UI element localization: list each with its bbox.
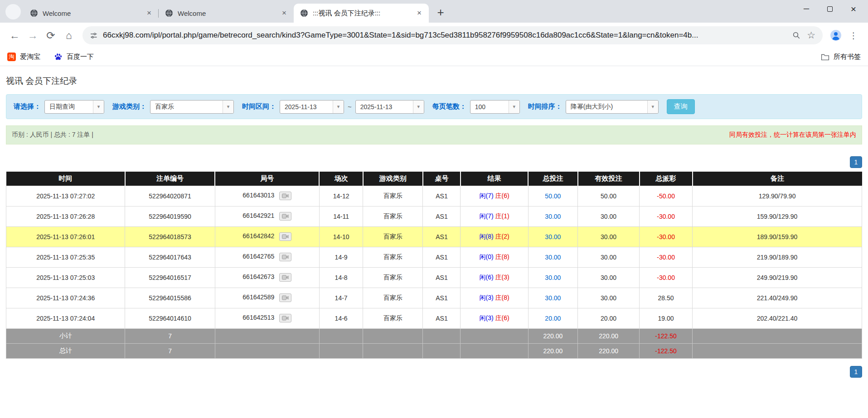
video-replay-icon[interactable] bbox=[279, 253, 291, 261]
tab-search-button[interactable] bbox=[5, 4, 21, 19]
bookmark-baidu[interactable]: 百度一下 bbox=[54, 53, 94, 61]
minimize-button[interactable]: ─ bbox=[795, 0, 818, 18]
tab-title: :::视讯 会员下注纪录::: bbox=[313, 9, 411, 18]
date-from-value: 2025-11-13 bbox=[285, 103, 329, 111]
chevron-down-icon: ▾ bbox=[223, 101, 233, 113]
session-cell: 14-6 bbox=[319, 308, 363, 328]
table-row: 2025-11-13 07:27:02522964020871661643013… bbox=[6, 186, 862, 206]
column-header: 游戏类别 bbox=[363, 172, 423, 186]
pagination-page-1[interactable]: 1 bbox=[850, 366, 862, 378]
total-bet-cell[interactable]: 20.00 bbox=[528, 308, 578, 328]
address-bar[interactable]: 66cxkj98.com/ipl/portal.php/game/betreco… bbox=[82, 26, 823, 44]
table-no-cell: AS1 bbox=[423, 288, 461, 308]
maximize-button[interactable] bbox=[818, 0, 842, 18]
url-text[interactable]: 66cxkj98.com/ipl/portal.php/game/betreco… bbox=[103, 31, 787, 40]
result-cell: 闲(6) 庄(3) bbox=[461, 267, 528, 288]
time-cell: 2025-11-13 07:25:35 bbox=[6, 247, 125, 267]
home-button[interactable]: ⌂ bbox=[60, 26, 78, 44]
tab-strip: Welcome × Welcome × :::视讯 会员下注纪录::: × + … bbox=[0, 0, 868, 23]
game-type-cell: 百家乐 bbox=[363, 226, 423, 247]
remark-cell: 129.90/79.90 bbox=[693, 186, 862, 206]
valid-bet-cell: 30.00 bbox=[578, 206, 640, 226]
subtotal-row-cell: 小计 bbox=[6, 328, 125, 343]
tab-welcome-1[interactable]: Welcome × bbox=[24, 4, 159, 23]
remark-cell: 219.90/189.90 bbox=[693, 247, 862, 267]
sort-order-select[interactable]: 降幂(由大到小) ▾ bbox=[566, 100, 659, 114]
video-replay-icon[interactable] bbox=[279, 314, 291, 322]
site-info-icon[interactable] bbox=[90, 32, 97, 39]
time-cell: 2025-11-13 07:26:28 bbox=[6, 206, 125, 226]
total-bet-cell[interactable]: 30.00 bbox=[528, 288, 578, 308]
tab-close-icon[interactable]: × bbox=[414, 8, 424, 18]
tab-welcome-2[interactable]: Welcome × bbox=[159, 4, 294, 23]
video-replay-icon[interactable] bbox=[279, 293, 291, 302]
result-player: 闲(6) bbox=[479, 274, 493, 281]
filter-label-game-type: 游戏类别： bbox=[112, 102, 146, 111]
game-type-cell: 百家乐 bbox=[363, 206, 423, 226]
window-controls: ─ × bbox=[795, 0, 865, 23]
bookmark-star-icon[interactable]: ☆ bbox=[807, 30, 815, 41]
table-no-cell: AS1 bbox=[423, 206, 461, 226]
video-replay-icon[interactable] bbox=[279, 232, 291, 241]
pagination-page-1[interactable]: 1 bbox=[850, 156, 862, 168]
total-bet-cell[interactable]: 50.00 bbox=[528, 186, 578, 206]
bet-id-cell: 522964018573 bbox=[125, 226, 215, 247]
game-type-cell: 百家乐 bbox=[363, 288, 423, 308]
column-header: 注单编号 bbox=[125, 172, 215, 186]
total-bet-cell[interactable]: 30.00 bbox=[528, 247, 578, 267]
column-header: 备注 bbox=[693, 172, 862, 186]
video-replay-icon[interactable] bbox=[279, 212, 291, 221]
tab-title: Welcome bbox=[178, 10, 276, 17]
new-tab-button[interactable]: + bbox=[432, 4, 449, 20]
video-replay-icon[interactable] bbox=[279, 192, 291, 200]
navigation-bar: ← → ⟳ ⌂ 66cxkj98.com/ipl/portal.php/game… bbox=[0, 23, 868, 48]
globe-favicon bbox=[165, 9, 173, 17]
subtotal-row: 小计7220.00220.00-122.50 bbox=[6, 328, 862, 343]
tab-close-icon[interactable]: × bbox=[144, 8, 154, 18]
total-bet-cell[interactable]: 30.00 bbox=[528, 206, 578, 226]
bookmark-taobao[interactable]: 淘 爱淘宝 bbox=[7, 53, 40, 61]
total-bet-cell[interactable]: 30.00 bbox=[528, 267, 578, 288]
all-bookmarks-button[interactable]: 所有书签 bbox=[821, 53, 861, 61]
subtotal-row-cell bbox=[319, 328, 363, 343]
filter-label-date-range: 时间区间： bbox=[242, 102, 276, 111]
refresh-button[interactable]: ⟳ bbox=[42, 26, 60, 44]
time-cell: 2025-11-13 07:27:02 bbox=[6, 186, 125, 206]
column-header: 总派彩 bbox=[640, 172, 693, 186]
total-bet-cell[interactable]: 30.00 bbox=[528, 226, 578, 247]
search-button[interactable]: 查询 bbox=[667, 99, 695, 114]
chevron-down-icon: ▾ bbox=[333, 101, 344, 113]
date-to-select[interactable]: 2025-11-13 ▾ bbox=[355, 100, 424, 114]
globe-favicon bbox=[300, 9, 308, 17]
valid-bet-cell: 50.00 bbox=[578, 186, 640, 206]
query-type-select[interactable]: 日期查询 ▾ bbox=[44, 100, 104, 114]
page-size-select[interactable]: 100 ▾ bbox=[470, 100, 520, 114]
bet-id-cell: 522964019590 bbox=[125, 206, 215, 226]
session-cell: 14-8 bbox=[319, 267, 363, 288]
time-cell: 2025-11-13 07:24:36 bbox=[6, 288, 125, 308]
forward-button[interactable]: → bbox=[24, 26, 42, 44]
back-button[interactable]: ← bbox=[5, 26, 24, 44]
round-cell: 661642513 bbox=[215, 308, 319, 328]
filter-label-sort: 时间排序： bbox=[528, 102, 562, 111]
total-row-cell bbox=[363, 343, 423, 358]
video-replay-icon[interactable] bbox=[279, 273, 291, 282]
table-row: 2025-11-13 07:26:01522964018573661642842… bbox=[6, 226, 862, 247]
table-no-cell: AS1 bbox=[423, 186, 461, 206]
remark-cell: 202.40/221.40 bbox=[693, 308, 862, 328]
result-banker: 庄(1) bbox=[495, 212, 509, 220]
game-type-select[interactable]: 百家乐 ▾ bbox=[150, 100, 234, 114]
tab-bet-record[interactable]: :::视讯 会员下注纪录::: × bbox=[294, 4, 429, 23]
column-header: 总投注 bbox=[528, 172, 578, 186]
tab-close-icon[interactable]: × bbox=[279, 8, 289, 18]
result-banker: 庄(3) bbox=[495, 274, 509, 281]
menu-kebab-icon[interactable]: ⋮ bbox=[844, 26, 863, 44]
maximize-icon bbox=[827, 6, 833, 12]
profile-avatar[interactable] bbox=[830, 29, 842, 41]
subtotal-row-cell bbox=[693, 328, 862, 343]
date-from-select[interactable]: 2025-11-13 ▾ bbox=[280, 100, 344, 114]
close-button[interactable]: × bbox=[842, 0, 865, 18]
result-player: 闲(3) bbox=[479, 314, 493, 322]
filter-label-page-size: 每页笔数： bbox=[432, 102, 466, 111]
zoom-icon[interactable] bbox=[792, 31, 800, 39]
